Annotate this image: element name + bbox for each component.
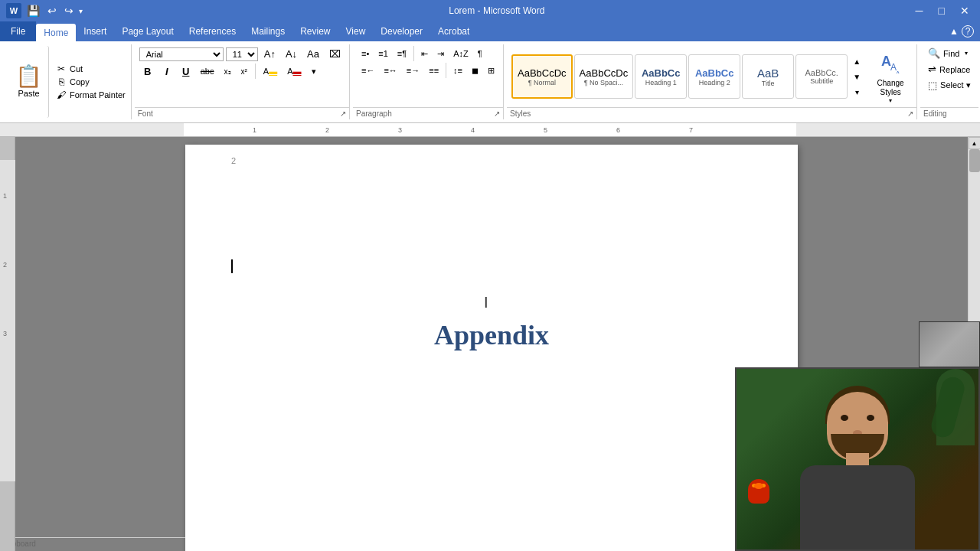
sort-button[interactable]: A↕Z: [449, 47, 472, 60]
quick-dropdown[interactable]: ▾: [79, 7, 83, 15]
collapse-ribbon-icon[interactable]: ▲: [949, 26, 959, 37]
ruler-mark-3: 3: [398, 126, 402, 134]
decrease-indent-button[interactable]: ⇤: [417, 47, 432, 61]
replace-label: Replace: [939, 65, 970, 74]
quick-undo[interactable]: ↩: [45, 5, 59, 17]
copy-label: Copy: [70, 77, 90, 86]
menu-review[interactable]: Review: [292, 21, 338, 41]
style-normal-button[interactable]: AaBbCcDc ¶ Normal: [511, 54, 573, 99]
v-ruler-white: [0, 160, 15, 481]
style-normal-preview: AaBbCcDc: [518, 67, 567, 79]
style-heading2-label: Heading 2: [699, 79, 730, 86]
menu-insert[interactable]: Insert: [76, 21, 114, 41]
bold-button[interactable]: B: [139, 64, 156, 79]
menu-file[interactable]: File: [0, 21, 36, 41]
cut-label: Cut: [70, 64, 83, 73]
style-no-spacing-preview: AaBbCcDc: [580, 67, 629, 79]
font-separator: [255, 64, 256, 79]
font-expand-icon[interactable]: ↗: [340, 109, 346, 118]
find-button[interactable]: 🔍 Find ▾: [925, 46, 974, 60]
menu-page-layout[interactable]: Page Layout: [114, 21, 181, 41]
change-styles-button[interactable]: A A A ChangeStyles ▾: [869, 46, 912, 107]
webcam-overlay: [735, 367, 980, 551]
paste-icon: 📋: [15, 66, 42, 87]
maximize-button[interactable]: □: [934, 5, 949, 17]
increase-font-size-button[interactable]: A↑: [260, 46, 279, 62]
clear-formatting-button[interactable]: ⌧: [325, 46, 345, 62]
numbering-button[interactable]: ≡1: [374, 47, 392, 60]
styles-scroll-down-button[interactable]: ▼: [849, 70, 864, 83]
style-no-spacing-button[interactable]: AaBbCcDc ¶ No Spaci...: [574, 54, 634, 99]
show-formatting-button[interactable]: ¶: [474, 47, 486, 60]
find-label: Find: [943, 49, 959, 58]
align-left-button[interactable]: ≡←: [358, 64, 378, 77]
appendix-title[interactable]: Appendix: [231, 319, 752, 351]
subscript-button[interactable]: x₂: [220, 65, 235, 78]
minimize-button[interactable]: ─: [911, 5, 928, 17]
justify-button[interactable]: ≡≡: [425, 64, 443, 77]
styles-scroll-up-button[interactable]: ▲: [849, 54, 864, 68]
document-page[interactable]: 2 Appendix I: [185, 145, 798, 551]
menu-home[interactable]: Home: [36, 24, 76, 41]
change-styles-label: ChangeStyles: [877, 79, 904, 97]
paragraph-expand-icon[interactable]: ↗: [494, 109, 500, 118]
menu-developer[interactable]: Developer: [373, 21, 430, 41]
style-heading2-button[interactable]: AaBbCc Heading 2: [688, 54, 740, 99]
cut-button[interactable]: ✂ Cut: [54, 63, 128, 75]
underline-button[interactable]: U: [178, 64, 194, 79]
select-button[interactable]: ⬚ Select ▾: [925, 78, 974, 93]
format-painter-button[interactable]: 🖌 Format Painter: [54, 89, 128, 101]
scroll-thumb[interactable]: [969, 149, 980, 172]
scroll-up-button[interactable]: ▲: [969, 137, 981, 149]
select-label: Select ▾: [940, 80, 971, 90]
increase-indent-button[interactable]: ⇥: [433, 47, 448, 61]
title-bar-controls: ─ □ ✕: [911, 5, 974, 17]
font-family-select[interactable]: Arial: [139, 47, 224, 61]
change-case-button[interactable]: Aa: [303, 46, 323, 62]
menu-view[interactable]: View: [338, 21, 374, 41]
menu-mailings[interactable]: Mailings: [243, 21, 292, 41]
style-heading1-button[interactable]: AaBbCc Heading 1: [635, 54, 687, 99]
replace-icon: ⇌: [928, 64, 936, 75]
document-content[interactable]: Appendix I: [231, 259, 752, 351]
styles-scroll-arrows: ▲ ▼ ▾: [849, 54, 864, 99]
menu-acrobat[interactable]: Acrobat: [430, 21, 477, 41]
replace-button[interactable]: ⇌ Replace: [925, 62, 974, 77]
select-icon: ⬚: [928, 80, 937, 91]
quick-redo[interactable]: ↪: [62, 5, 76, 17]
border-button[interactable]: ⊞: [484, 64, 498, 78]
left-ruler: 1 2 3: [0, 137, 15, 551]
superscript-button[interactable]: x²: [237, 65, 251, 78]
style-subtitle-button[interactable]: AaBbCc. Subtitle: [795, 54, 848, 99]
title-bar: W 💾 ↩ ↪ ▾ Lorem - Microsoft Word ─ □ ✕: [0, 0, 980, 21]
align-right-button[interactable]: ≡→: [403, 64, 423, 77]
menu-references[interactable]: References: [181, 21, 243, 41]
left-eye: [841, 415, 848, 421]
bullets-button[interactable]: ≡•: [358, 47, 373, 60]
style-title-preview: AaB: [757, 67, 779, 80]
font-color-dropdown[interactable]: ▾: [308, 64, 320, 79]
style-heading1-label: Heading 1: [645, 79, 677, 86]
text-highlight-button[interactable]: A▬: [260, 64, 281, 78]
paste-button[interactable]: 📋 Paste: [9, 46, 49, 118]
strikethrough-button[interactable]: abc: [197, 64, 218, 78]
style-title-button[interactable]: AaB Title: [742, 54, 794, 99]
styles-more-button[interactable]: ▾: [849, 85, 864, 99]
decrease-font-size-button[interactable]: A↓: [282, 46, 301, 62]
ruler-mark-6: 6: [616, 126, 620, 134]
text-cursor: [231, 259, 233, 273]
font-size-select[interactable]: 11: [226, 47, 258, 61]
text-color-button[interactable]: A▬: [283, 64, 305, 78]
line-spacing-button[interactable]: ↕≡: [449, 64, 466, 77]
font-row1: Arial 11 A↑ A↓ Aa ⌧: [139, 46, 345, 62]
align-center-button[interactable]: ≡↔: [380, 64, 400, 77]
para-row2: ≡← ≡↔ ≡→ ≡≡ ↕≡ ◼ ⊞: [358, 63, 498, 78]
copy-button[interactable]: ⎘ Copy: [54, 76, 128, 88]
close-button[interactable]: ✕: [956, 5, 974, 17]
italic-button[interactable]: I: [158, 64, 175, 79]
multilevel-list-button[interactable]: ≡¶: [394, 47, 410, 60]
quick-save[interactable]: 💾: [24, 5, 42, 17]
shading-button[interactable]: ◼: [468, 64, 482, 78]
styles-expand-icon[interactable]: ↗: [907, 109, 913, 118]
help-icon[interactable]: ?: [962, 25, 974, 37]
